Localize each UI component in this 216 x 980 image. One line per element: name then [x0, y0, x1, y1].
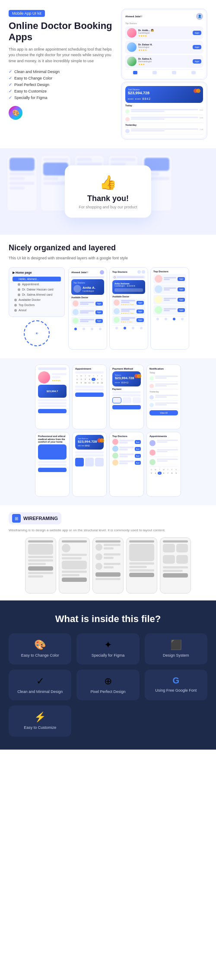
sp-appointment-btn[interactable] — [38, 409, 67, 413]
wf-circle-1 — [62, 544, 70, 552]
sp-stat-2 — [85, 458, 94, 466]
layer-item-top[interactable]: Top Doctors — [13, 303, 61, 307]
org-doc-av-c2 — [155, 285, 162, 293]
font-icon: G — [149, 676, 203, 686]
phones-row-2: Professional and ethical medical advice … — [6, 432, 210, 497]
sp-appt-btn-1[interactable]: Appt — [135, 440, 141, 444]
org-doc-lines-3 — [80, 319, 94, 322]
sp-doctor-large-avatar — [38, 371, 50, 383]
notif-icon-p1 — [149, 376, 154, 380]
org-tab-4[interactable] — [99, 328, 102, 330]
org-appt-2[interactable]: Appt — [95, 310, 103, 314]
org-appt-1[interactable]: Appt — [95, 302, 103, 306]
wf-grid-item-3 — [163, 555, 175, 564]
filter-icon-small[interactable] — [142, 270, 145, 274]
tab-profile[interactable] — [191, 71, 196, 74]
sp-appt-btn-2[interactable]: Appt — [135, 447, 141, 451]
org-doc-lines-2 — [80, 310, 94, 314]
org-appt-b2[interactable]: Appt — [137, 310, 144, 313]
org-tab-2[interactable] — [83, 328, 85, 330]
sp-medical-btn[interactable] — [38, 468, 67, 472]
org-doc-row-2: Appt — [71, 308, 104, 316]
feature-list: ✓Clean and Minimal Design ✓Easy to Chang… — [9, 69, 116, 100]
layer-item-avail[interactable]: Available Doctor — [13, 297, 61, 302]
figma-badge: 🎨 — [9, 106, 22, 120]
tab-home[interactable] — [133, 71, 137, 74]
org-tab-c2[interactable] — [165, 318, 167, 320]
wf-btn-5[interactable] — [163, 573, 188, 578]
appt-btn-1[interactable]: Appt — [193, 31, 201, 35]
check-icon-3: ✓ — [9, 82, 12, 87]
wf-btn-4[interactable] — [129, 573, 154, 577]
doctor-stars-3: ★★★ — [138, 63, 191, 66]
inside-card-font: G Using Free Google Font — [145, 670, 207, 701]
banner-btn-appt[interactable] — [114, 288, 143, 292]
thankyou-subtitle: For shopping and buy our product — [78, 205, 138, 209]
thankyou-overlay: 👍 Thank you! For shopping and buy our pr… — [65, 166, 151, 218]
available-doc-label: Available Doctor — [71, 296, 104, 299]
org-appt-c1[interactable]: Appt — [178, 277, 185, 281]
org-appt-b3[interactable]: Appt — [137, 318, 144, 322]
sp-doc-row-1: Appt — [112, 439, 141, 445]
mobile-app-badge: Mobile App UI kit — [9, 10, 45, 17]
check-icon-1: ✓ — [9, 69, 12, 74]
search-icon-small[interactable] — [137, 270, 141, 274]
tab-search[interactable] — [152, 71, 157, 74]
small-phone-profile: ★★★★★ $23,994.7 — [35, 364, 70, 429]
org-phone-header-a: Ahmed Jalal ! — [71, 270, 104, 275]
wf-btn-3[interactable] — [95, 572, 121, 577]
org-row-a1 — [71, 276, 104, 278]
org-appt-b1[interactable]: Appt — [137, 301, 144, 305]
org-banner-a: Top Doctors Anita A. Cardiologist — [71, 279, 104, 295]
org-tab-1[interactable] — [74, 328, 77, 330]
wf-btn-1[interactable] — [28, 566, 53, 571]
layer-item-about[interactable]: Anout — [13, 308, 61, 313]
org-tab-b1[interactable] — [115, 327, 118, 329]
doctor-card-2: Dr. Dalear H. Neurologist ★★★★ Appt — [125, 41, 203, 54]
org-tab-c3[interactable] — [173, 318, 175, 320]
search-bar-b[interactable] — [112, 275, 145, 279]
layer-panel-container: ▶ Home page Hello, Ahmed... Appointment … — [9, 267, 65, 350]
org-appt-c3[interactable]: Appt — [178, 298, 185, 302]
org-tab-c4[interactable] — [181, 318, 184, 320]
org-tab-c1[interactable] — [156, 318, 159, 320]
layer-item-hello[interactable]: Hello, Ahmed... — [13, 277, 61, 281]
inside-title: What is inside this file? — [9, 613, 207, 625]
mini-phone-1 — [7, 155, 37, 211]
layer-item-dalear[interactable]: Dr. Dalear Hassan card — [13, 287, 61, 292]
sp-appt-btn-3[interactable]: Appt — [135, 454, 141, 458]
layer-item-appt[interactable]: Appointment — [13, 282, 61, 287]
pay-opt-1[interactable] — [112, 397, 121, 403]
design-icon: ⬛ — [149, 639, 203, 651]
organized-description: This UI kit is designed with streamlined… — [9, 255, 207, 262]
phone-screen-2: Total Balance $23,994.728 •••• •••• 8842… — [123, 83, 206, 138]
pay-opt-3[interactable] — [133, 397, 141, 403]
wf-btn-2[interactable] — [62, 578, 87, 582]
doctor-card-3: Dr. Salma A. Dermatologist ★★★ Appt — [125, 55, 203, 68]
sp-appt-btn-4[interactable]: Appt — [135, 461, 141, 465]
organized-phones: Ahmed Jalal ! Top Doctors Anita A. Cardi… — [68, 267, 207, 350]
org-tab-3[interactable] — [91, 328, 93, 330]
notif-icon-p3 — [149, 395, 154, 399]
appt-btn-3[interactable]: Appt — [193, 59, 201, 64]
banner-avatar — [73, 285, 81, 293]
phones-row-1: ★★★★★ $23,994.7 Appointment S M T W T F … — [6, 364, 210, 429]
org-tab-b2[interactable] — [124, 327, 126, 329]
sp-pay-btn[interactable] — [112, 405, 141, 409]
org-tab-b3[interactable] — [132, 327, 134, 329]
notif-row-2: 8:30 — [125, 116, 203, 123]
tab-appt[interactable] — [172, 71, 176, 74]
sp-confirm-btn[interactable] — [75, 393, 104, 397]
appt-btn-2[interactable]: Appt — [193, 45, 201, 49]
pay-opt-2[interactable] — [123, 397, 131, 403]
org-appt-c4[interactable]: Appt — [178, 308, 185, 312]
notif-view-all-btn[interactable]: View All — [149, 410, 178, 415]
layer-item-salma[interactable]: Dr. Salma Ahmed card — [13, 292, 61, 297]
org-tab-b4[interactable] — [140, 327, 143, 329]
org-doc-av-c4 — [155, 306, 162, 314]
org-doc-av-b1 — [114, 300, 120, 306]
org-doc-av-2 — [73, 309, 79, 315]
org-appt-c2[interactable]: Appt — [178, 287, 185, 291]
org-appt-3[interactable]: Appt — [95, 319, 103, 323]
color-icon: 🎨 — [13, 639, 67, 651]
